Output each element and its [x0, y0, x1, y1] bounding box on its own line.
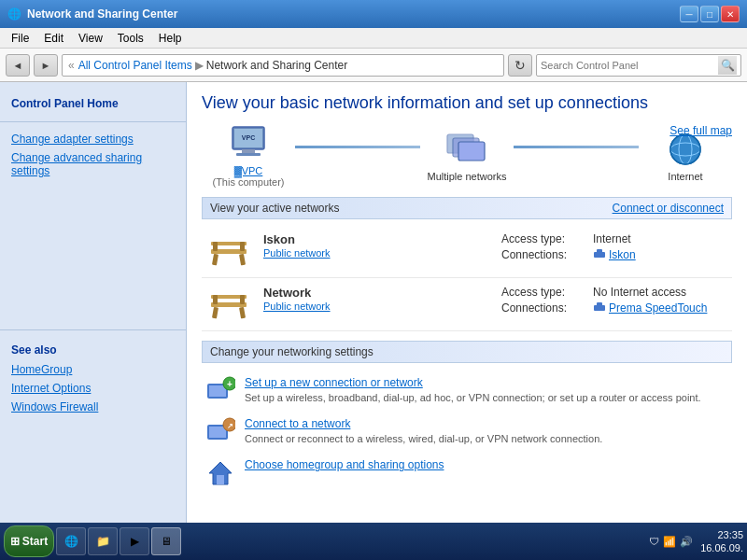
setting-item-new-connection: + Set up a new connection or network Set… [202, 371, 732, 412]
connect-network-desc: Connect or reconnect to a wireless, wire… [245, 433, 602, 444]
content-area: View your basic network information and … [187, 82, 747, 523]
new-connection-link[interactable]: Set up a new connection or network [245, 376, 701, 389]
network-entry-network: Network Public network Access type: No I… [202, 278, 732, 331]
title-bar-buttons: ─ □ ✕ [680, 6, 740, 22]
system-tray: 🛡 📶 🔊 [643, 536, 698, 548]
sidebar-adapter-settings[interactable]: Change adapter settings [0, 130, 186, 148]
search-button[interactable]: 🔍 [718, 56, 737, 75]
homegroup-link[interactable]: Choose homegroup and sharing options [245, 458, 444, 471]
network2-name: Network [263, 286, 490, 300]
see-also-label: See also [0, 338, 186, 360]
menu-bar: File Edit View Tools Help [0, 28, 747, 49]
refresh-button[interactable]: ↻ [508, 54, 532, 77]
sidebar-divider-1 [0, 121, 186, 122]
path-current: Network and Sharing Center [206, 59, 347, 72]
taskbar-control-panel-button[interactable]: 🖥 [151, 527, 181, 555]
connect-network-link[interactable]: Connect to a network [245, 417, 602, 430]
clock-time: 23:35 [700, 528, 743, 541]
iskon-access-value: Internet [593, 232, 631, 245]
sidebar-home-label: Control Panel Home [0, 91, 186, 114]
svg-text:VPC: VPC [242, 134, 255, 141]
map-multiple-label: Multiple networks [428, 171, 507, 182]
map-node-computer: VPC ▓VPC (This computer) [202, 124, 295, 188]
svg-rect-27 [597, 302, 602, 306]
explorer-icon: 📁 [96, 535, 110, 548]
map-computer-label: ▓VPC [234, 165, 263, 176]
forward-button[interactable]: ► [34, 54, 58, 77]
network-entry-iskon: Iskon Public network Access type: Intern… [202, 225, 732, 278]
svg-rect-3 [236, 153, 261, 156]
connect-or-disconnect-link[interactable]: Connect or disconnect [613, 202, 724, 215]
map-node-internet: Internet [639, 130, 732, 182]
svg-rect-17 [240, 242, 245, 251]
svg-rect-15 [239, 254, 246, 266]
svg-text:+: + [227, 379, 233, 389]
path-control-panel[interactable]: All Control Panel Items [78, 59, 192, 72]
menu-view[interactable]: View [71, 30, 110, 47]
network2-access-value: No Internet access [593, 286, 686, 299]
menu-file[interactable]: File [4, 30, 36, 47]
network-icon-iskon [205, 232, 252, 270]
network-icon-network [205, 286, 252, 323]
path-prefix: « [68, 59, 75, 72]
network2-type[interactable]: Public network [263, 301, 331, 312]
window-icon: 🌐 [7, 7, 21, 21]
svg-rect-14 [212, 254, 218, 266]
start-button[interactable]: ⊞ Start [4, 525, 54, 557]
map-computer-sublabel: (This computer) [212, 176, 284, 188]
maximize-button[interactable]: □ [700, 6, 719, 22]
network-info-network: Network Public network [263, 286, 490, 323]
address-path[interactable]: « All Control Panel Items ▶ Network and … [62, 54, 504, 77]
search-box[interactable]: 🔍 [536, 54, 741, 77]
see-full-map-link[interactable]: See full map [669, 124, 732, 137]
sidebar-windows-firewall[interactable]: Windows Firewall [0, 398, 186, 416]
taskbar-ie-button[interactable]: 🌐 [56, 527, 86, 555]
network2-access-label: Access type: [501, 286, 585, 299]
active-networks-title: View your active networks [210, 202, 340, 215]
iskon-conn-row: Connections: Iskon [501, 248, 728, 261]
iskon-conn-label: Connections: [501, 248, 585, 261]
network2-conn-value[interactable]: Prema SpeedTouch [593, 301, 707, 315]
network-details-iskon: Access type: Internet Connections: Iskon [501, 232, 728, 270]
taskbar-media-button[interactable]: ▶ [120, 527, 149, 555]
svg-rect-24 [213, 295, 218, 304]
connect-network-icon: ↗ [205, 417, 235, 447]
clock: 23:35 16.06.09. [700, 528, 743, 555]
iskon-type[interactable]: Public network [263, 247, 331, 259]
sidebar-homegroup[interactable]: HomeGroup [0, 360, 186, 379]
search-input[interactable] [541, 60, 718, 71]
title-bar: 🌐 Network and Sharing Center ─ □ ✕ [0, 0, 747, 28]
control-panel-icon: 🖥 [161, 535, 172, 548]
map-line-1 [295, 146, 420, 148]
close-button[interactable]: ✕ [721, 6, 740, 22]
svg-rect-37 [217, 475, 224, 484]
map-node-multiple: Multiple networks [420, 130, 514, 182]
taskbar-explorer-button[interactable]: 📁 [88, 527, 118, 555]
svg-rect-33 [209, 427, 226, 438]
svg-text:↗: ↗ [227, 422, 233, 430]
path-separator: ▶ [195, 59, 204, 72]
menu-help[interactable]: Help [151, 30, 190, 47]
sidebar-advanced-sharing[interactable]: Change advanced sharing settings [0, 148, 186, 180]
new-connection-content: Set up a new connection or network Set u… [245, 376, 701, 405]
sidebar-internet-options[interactable]: Internet Options [0, 379, 186, 398]
iskon-conn-value[interactable]: Iskon [593, 248, 636, 261]
iskon-access-row: Access type: Internet [501, 232, 728, 245]
windows-orb-icon: ⊞ [10, 535, 20, 548]
start-label: Start [22, 535, 48, 548]
menu-edit[interactable]: Edit [36, 30, 71, 47]
menu-tools[interactable]: Tools [110, 30, 151, 47]
setting-item-homegroup: Choose homegroup and sharing options [202, 453, 732, 494]
minimize-button[interactable]: ─ [680, 6, 698, 22]
svg-rect-23 [239, 307, 246, 319]
multiple-networks-icon [443, 130, 491, 171]
sidebar: Control Panel Home Change adapter settin… [0, 82, 187, 523]
page-title: View your basic network information and … [202, 93, 732, 113]
iskon-name: Iskon [263, 232, 490, 246]
back-button[interactable]: ◄ [6, 54, 30, 77]
media-icon: ▶ [131, 535, 139, 548]
sidebar-divider-2 [0, 329, 186, 330]
network-map: VPC ▓VPC (This computer) Multiple networ… [202, 124, 732, 188]
svg-rect-7 [458, 142, 485, 161]
svg-rect-19 [597, 249, 602, 253]
